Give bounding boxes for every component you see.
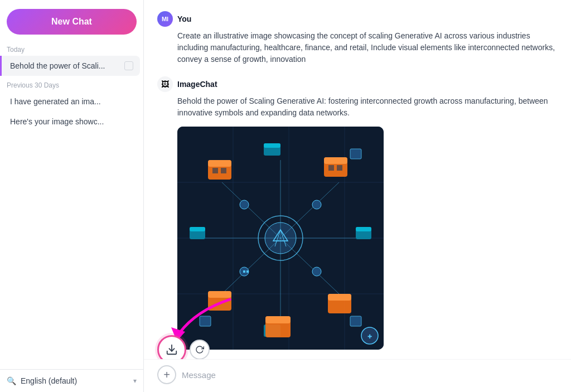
svg-rect-26 [324,157,347,164]
message-input[interactable] [182,370,558,380]
svg-rect-38 [190,227,205,231]
chat-checkbox-icon[interactable] [124,61,133,70]
svg-rect-36 [356,227,371,231]
ai-avatar: 🖼 [157,76,173,92]
search-icon: 🔍 [7,376,16,385]
sidebar-footer[interactable]: 🔍 English (default) ▾ [0,369,143,392]
generated-image: ✚ [177,127,384,350]
svg-rect-27 [328,165,334,171]
ai-message-header: 🖼 ImageChat [157,76,558,92]
ai-sender-name: ImageChat [177,80,217,89]
language-label: English (default) [21,376,77,385]
svg-rect-45 [265,316,291,323]
chat-item-label: I have generated an ima... [10,97,101,106]
image-action-row [157,335,210,359]
chat-item-2[interactable]: Here's your image showc... [3,112,140,132]
new-chat-button[interactable]: New Chat [7,9,137,35]
ai-message-text: Behold the power of Scaling Generative A… [157,95,558,119]
svg-rect-24 [221,168,226,173]
chevron-down-icon: ▾ [133,377,137,385]
chat-item-label: Behold the power of Scali... [10,61,105,70]
chat-item-1[interactable]: I have generated an ima... [3,91,140,112]
svg-rect-50 [350,316,361,326]
svg-rect-23 [212,168,218,173]
svg-rect-22 [208,160,231,167]
svg-rect-32 [208,291,231,298]
ai-message: 🖼 ImageChat Behold the power of Scaling … [157,76,558,359]
user-sender-name: You [177,14,191,23]
svg-text:✚: ✚ [367,333,372,340]
language-selector[interactable]: 🔍 English (default) [7,376,77,385]
plus-icon: + [163,369,170,380]
svg-rect-49 [200,316,211,326]
refresh-button[interactable] [190,340,210,359]
prev30-label: Previous 30 Days [0,76,143,91]
sidebar-top: New Chat [0,0,143,40]
svg-point-40 [240,200,249,209]
user-message-text: Create an illustrative image showcasing … [157,30,558,65]
svg-rect-30 [328,294,351,301]
user-avatar: MI [157,11,173,27]
today-label: Today [0,40,143,56]
chat-item-active[interactable]: Behold the power of Scali... [0,56,140,76]
chat-item-label: Here's your image showc... [10,117,104,126]
image-container: ✚ [157,127,558,350]
svg-point-41 [312,200,321,209]
sidebar: New Chat Today Behold the power of Scali… [0,0,144,392]
input-area: + [144,359,571,392]
network-svg: ✚ [177,127,384,350]
svg-rect-47 [246,270,249,273]
refresh-icon [195,345,204,354]
svg-rect-34 [264,143,280,148]
chat-area: MI You Create an illustrative image show… [144,0,571,359]
download-button[interactable] [157,335,186,359]
main-content: MI You Create an illustrative image show… [144,0,571,392]
svg-rect-28 [337,165,342,171]
svg-rect-46 [243,270,245,273]
download-icon [166,343,178,356]
user-message: MI You Create an illustrative image show… [157,11,558,65]
user-message-header: MI You [157,11,558,27]
svg-point-43 [312,267,321,276]
add-button[interactable]: + [157,365,176,384]
svg-rect-48 [350,149,361,159]
